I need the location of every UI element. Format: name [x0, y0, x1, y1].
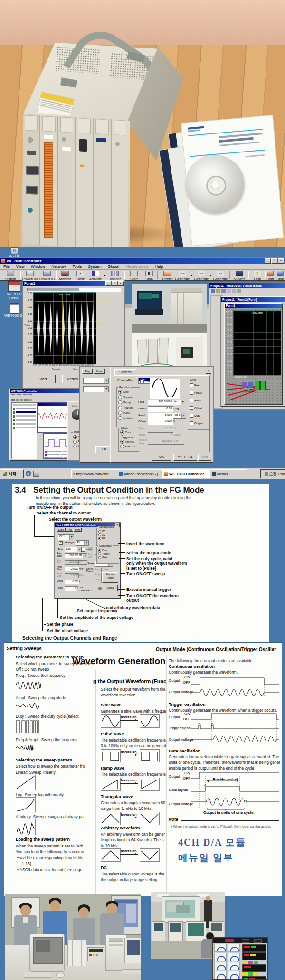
link-freq-checkbox[interactable] — [190, 383, 193, 387]
menu-network[interactable]: Network — [51, 264, 66, 269]
link-offset-checkbox[interactable] — [190, 406, 193, 410]
toolbar-stop[interactable]: Stop — [141, 271, 157, 281]
start-button[interactable]: 시작 — [1, 469, 24, 478]
ampl-start-field[interactable]: 2.0000 — [65, 567, 79, 571]
toolbar-toolbar[interactable]: Toolbar — [107, 271, 123, 281]
close-button[interactable]: × — [278, 258, 284, 264]
toolbar-stop2[interactable]: Stop — [276, 271, 285, 281]
output-on-checkbox[interactable]: × — [59, 541, 63, 545]
arrange-dropdown-arrow[interactable]: ▾ — [104, 274, 105, 277]
toolbar-generate-arb[interactable]: ARBGenerate — [212, 271, 228, 281]
toolbar-monitor[interactable]: Monitor — [57, 271, 73, 281]
close-button[interactable]: × — [118, 281, 124, 286]
sine-radio[interactable] — [118, 390, 122, 394]
link-ampl-checkbox[interactable] — [190, 399, 193, 402]
freq-field[interactable]: 100.00000 — [148, 400, 173, 405]
dc-radio[interactable] — [98, 530, 101, 533]
offset-field[interactable]: 0.000 — [65, 580, 79, 584]
offset-field[interactable]: 0.000 — [148, 419, 173, 425]
slot4-tab[interactable]: Slot4 — [57, 528, 66, 532]
range-select[interactable]: 1V — [76, 540, 89, 546]
mini-tool-icon[interactable] — [28, 399, 32, 401]
mini-tool-icon[interactable] — [20, 399, 23, 401]
maximize-button[interactable]: □ — [271, 258, 277, 264]
tray-volume-icon[interactable] — [265, 472, 268, 476]
toolbar-start2[interactable]: Start — [266, 271, 275, 281]
swp-tab[interactable]: Swp — [74, 528, 82, 532]
station-tree[interactable] — [11, 402, 37, 459]
toolbar-arrange[interactable]: Arrange — [87, 271, 104, 281]
toolbar-poweron[interactable]: PowerON — [22, 271, 38, 281]
maximize-button[interactable]: □ — [112, 281, 117, 286]
ramp-radio[interactable] — [118, 400, 122, 404]
menu-help[interactable]: Help — [155, 264, 163, 269]
task-we7000-controller[interactable]: WE 7000 Controller — [162, 469, 212, 478]
normal-radio[interactable] — [73, 445, 77, 448]
start-button[interactable]: Start — [30, 375, 56, 383]
auto-level-radio[interactable] — [73, 440, 77, 444]
minimize-button[interactable]: _ — [105, 281, 111, 286]
triangle-radio[interactable] — [118, 406, 122, 409]
close-button[interactable]: × — [115, 523, 120, 527]
vb-save-icon[interactable] — [221, 289, 226, 293]
link-phase-checkbox[interactable] — [190, 391, 193, 395]
menu-system[interactable]: System — [88, 264, 101, 269]
invert-checkbox[interactable] — [140, 380, 144, 383]
ampl-field[interactable]: 8.000 — [148, 413, 173, 419]
sub-combo-2[interactable] — [83, 386, 109, 392]
toolbar-viewer[interactable]: Viewer — [231, 271, 247, 281]
trig-tab[interactable]: Trig — [82, 369, 93, 374]
cancel-button[interactable]: キャンセル — [173, 454, 197, 461]
generate2-dropdown-arrow[interactable]: ▾ — [210, 274, 211, 277]
task-ie[interactable]: ehttp://www.tool-mar... — [71, 469, 119, 478]
trig-tab[interactable]: Trig — [66, 528, 73, 532]
ampl-unit[interactable]: Vp-p — [173, 413, 186, 419]
generate1-dropdown-arrow[interactable]: ▾ — [191, 274, 192, 277]
cont-radio[interactable] — [98, 549, 101, 552]
output-button[interactable]: Output — [103, 585, 118, 591]
menu-file[interactable]: File — [3, 264, 10, 269]
link-output-checkbox[interactable] — [190, 421, 193, 425]
quicklaunch-ie-icon[interactable]: e — [26, 471, 31, 476]
link-duty-checkbox[interactable] — [190, 414, 193, 418]
vb-run-icon[interactable] — [237, 289, 241, 293]
bustrg-radio[interactable] — [120, 445, 124, 448]
vb-new-icon[interactable] — [211, 289, 215, 293]
toolbar-help[interactable]: ?Help — [249, 271, 266, 281]
load-arb-button[interactable]: Load ARB — [76, 588, 95, 594]
vb-open-icon[interactable] — [216, 289, 220, 293]
func-select[interactable]: Sine — [65, 547, 82, 552]
trigger-radio[interactable] — [98, 552, 101, 555]
freq-start-field[interactable]: 1000.000 — [65, 553, 79, 558]
vb-paste-icon[interactable] — [232, 289, 236, 293]
toolbar-station[interactable]: Station — [2, 271, 19, 281]
controller-titlebar[interactable]: WE 7000 Controller _ □ × — [0, 258, 285, 264]
menu-global[interactable]: Global — [108, 264, 120, 269]
toolbar-close[interactable]: ×Close — [72, 271, 88, 281]
task-photoshop[interactable]: Adobe Photoshop - [... — [117, 469, 164, 478]
misc-tab[interactable]: Misc — [94, 369, 105, 374]
invert-checkbox[interactable] — [81, 548, 85, 552]
menu-window[interactable]: Window — [31, 264, 45, 269]
internal-radio[interactable] — [120, 440, 124, 444]
square-radio[interactable] — [118, 395, 122, 399]
vb-titlebar[interactable]: Project1 - Microsoft Visual Basic — [209, 283, 285, 288]
form1-titlebar[interactable]: Form1 _ □ × — [23, 281, 124, 286]
toolbar-trigger[interactable]: Trigger — [159, 271, 175, 281]
menu-tools[interactable]: Tools — [72, 264, 82, 269]
toolbar-start[interactable]: Start — [126, 271, 142, 281]
mini-tool-icon[interactable] — [11, 399, 15, 401]
phase-field[interactable]: 0.00 — [148, 406, 173, 412]
auto-radio[interactable] — [73, 435, 77, 439]
ok-button[interactable]: OK — [152, 454, 171, 461]
quicklaunch-desktop-icon[interactable] — [33, 471, 39, 477]
recycle-bin[interactable]: ♻ 휴지통 — [4, 247, 25, 258]
freq-unit[interactable]: Hz — [173, 400, 185, 405]
freq-start-unit[interactable]: Hz — [79, 553, 87, 558]
minimize-button[interactable]: _ — [265, 258, 271, 264]
sub-combo-1[interactable] — [83, 378, 109, 384]
toolbar-generate-trg1[interactable]: TRG1Generate — [174, 271, 190, 281]
channel-select[interactable]: CH1 — [58, 534, 74, 540]
manual-trigger-button[interactable]: Manual Trigger — [102, 572, 118, 583]
close-button[interactable]: × — [206, 369, 211, 374]
